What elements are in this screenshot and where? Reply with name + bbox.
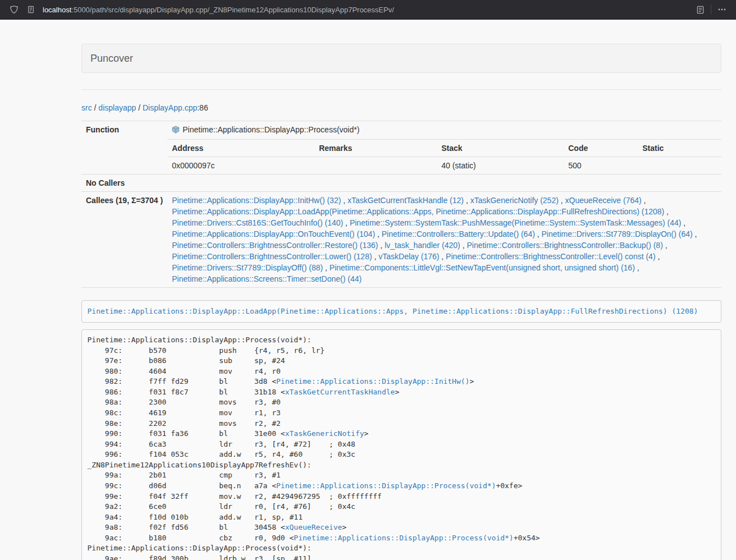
callee-link[interactable]: Pinetime::Controllers::BrightnessControl… <box>172 252 372 261</box>
no-callers-row: No Callers <box>81 175 721 192</box>
browser-chrome: localhost:5000/path/src/displayapp/Displ… <box>0 0 736 20</box>
page-info-icon[interactable] <box>22 2 39 17</box>
callee-link[interactable]: xTaskGetCurrentTaskHandle (12) <box>348 196 464 205</box>
metric-value-stack: 40 (static) <box>437 157 564 175</box>
breadcrumb-link[interactable]: displayapp <box>98 103 136 112</box>
callee-link[interactable]: Pinetime::System::SystemTask::PushMessag… <box>350 218 682 227</box>
callee-link[interactable]: Pinetime::Applications::DisplayApp::Load… <box>172 207 664 216</box>
metrics-value-row: 0x0000097c40 (static)500 <box>81 157 721 175</box>
app-title[interactable]: Puncover <box>90 53 133 65</box>
header-divider <box>81 89 721 90</box>
breadcrumb-link[interactable]: DisplayApp.cpp <box>143 103 197 112</box>
breadcrumb-link[interactable]: src <box>81 103 92 112</box>
symbol-link[interactable]: xQueueReceive <box>285 523 342 531</box>
metric-value-code: 500 <box>564 157 638 175</box>
callee-link[interactable]: Pinetime::Applications::DisplayApp::Init… <box>172 196 341 205</box>
no-callers-label: No Callers <box>81 175 167 192</box>
symbol-link[interactable]: Pinetime::Applications::DisplayApp::Proc… <box>276 481 496 490</box>
overflow-menu-icon[interactable] <box>714 2 730 17</box>
url-host: localhost <box>43 6 71 14</box>
column-header-address: Address <box>167 140 314 157</box>
reader-mode-icon[interactable] <box>692 2 708 17</box>
symbol-link[interactable]: Pinetime::Applications::DisplayApp::Init… <box>276 377 469 385</box>
url-bar[interactable]: localhost:5000/path/src/displayapp/Displ… <box>43 6 686 14</box>
callees-cell: Pinetime::Applications::DisplayApp::Init… <box>167 192 721 288</box>
no-callers-cell <box>167 175 721 192</box>
callee-link[interactable]: Pinetime::Controllers::BrightnessControl… <box>446 252 655 261</box>
metrics-header-row: AddressRemarksStackCodeStatic <box>81 140 721 157</box>
callee-link[interactable]: Pinetime::Controllers::BrightnessControl… <box>172 241 378 250</box>
metric-value-address: 0x0000097c <box>167 157 314 175</box>
highlighted-symbol-link[interactable]: Pinetime::Applications::DisplayApp::Load… <box>88 307 698 315</box>
disassembly: Pinetime::Applications::DisplayApp::Proc… <box>81 329 721 560</box>
function-name-cell: Pinetime::Applications::DisplayApp::Proc… <box>167 121 721 140</box>
column-header-remarks: Remarks <box>314 140 437 157</box>
callees-row: Callees (19, Σ=3704 ) Pinetime::Applicat… <box>81 192 721 288</box>
column-header-code: Code <box>564 140 638 157</box>
symbol-link[interactable]: xTaskGenericNotify <box>285 429 364 438</box>
callee-link[interactable]: xQueueReceive (764) <box>565 196 642 205</box>
callee-link[interactable]: Pinetime::Components::LittleVgl::SetNewT… <box>330 263 635 272</box>
toolbar-divider <box>711 4 711 15</box>
callee-link[interactable]: Pinetime::Applications::DisplayApp::OnTo… <box>172 229 375 238</box>
callee-link[interactable]: lv_task_handler (420) <box>385 241 460 250</box>
breadcrumb-line-number: :86 <box>197 103 208 112</box>
callees-label: Callees (19, Σ=3704 ) <box>81 192 167 288</box>
callee-link[interactable]: Pinetime::Controllers::BrightnessControl… <box>467 241 662 250</box>
tracking-protection-shield-icon[interactable] <box>6 2 22 17</box>
metric-value-static <box>638 157 721 175</box>
function-row: Function Pinetime::Applications::Display… <box>81 121 721 140</box>
callee-link[interactable]: xTaskGenericNotify (252) <box>470 196 559 205</box>
breadcrumb: src / displayapp / DisplayApp.cpp:86 <box>81 102 721 113</box>
callee-link[interactable]: vTaskDelay (176) <box>378 252 439 261</box>
symbol-link[interactable]: Pinetime::Applications::DisplayApp::Proc… <box>294 534 513 542</box>
page-content: Puncover src / displayapp / DisplayApp.c… <box>81 20 721 560</box>
callee-link[interactable]: Pinetime::Drivers::Cst816S::GetTouchInfo… <box>172 218 343 227</box>
callee-link[interactable]: Pinetime::Drivers::St7789::DisplayOn() (… <box>542 229 693 238</box>
callee-link[interactable]: Pinetime::Applications::Screens::Timer::… <box>172 274 362 283</box>
function-label: Function <box>81 121 167 175</box>
function-table: Function Pinetime::Applications::Display… <box>81 121 721 288</box>
callee-link[interactable]: Pinetime::Drivers::St7789::DisplayOff() … <box>172 263 323 272</box>
app-navbar: Puncover <box>81 44 721 73</box>
metric-value-remarks <box>314 157 437 175</box>
function-type-icon <box>172 125 180 136</box>
highlighted-symbol-box: Pinetime::Applications::DisplayApp::Load… <box>81 300 721 323</box>
function-name: Pinetime::Applications::DisplayApp::Proc… <box>182 125 359 134</box>
url-path: :5000/path/src/displayapp/DisplayApp.cpp… <box>71 6 394 14</box>
callee-link[interactable]: Pinetime::Controllers::Battery::Update()… <box>382 229 535 238</box>
column-header-stack: Stack <box>437 140 564 157</box>
column-header-static: Static <box>638 140 721 157</box>
symbol-link[interactable]: xTaskGetCurrentTaskHandle <box>285 388 395 396</box>
